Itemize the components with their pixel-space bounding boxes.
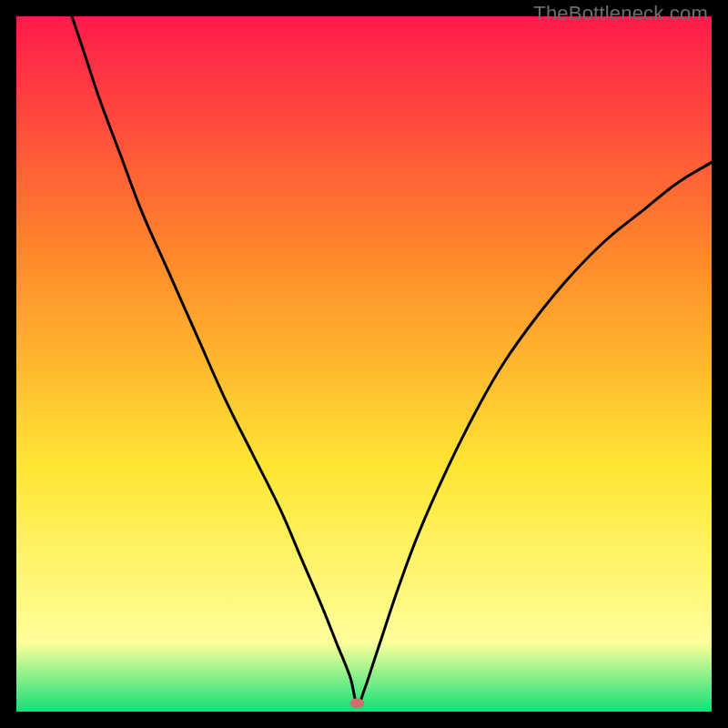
bottleneck-chart bbox=[16, 16, 712, 712]
min-marker bbox=[349, 698, 364, 708]
gradient-background bbox=[16, 16, 712, 712]
watermark-text: TheBottleneck.com bbox=[533, 2, 708, 25]
plot-frame bbox=[16, 16, 712, 712]
